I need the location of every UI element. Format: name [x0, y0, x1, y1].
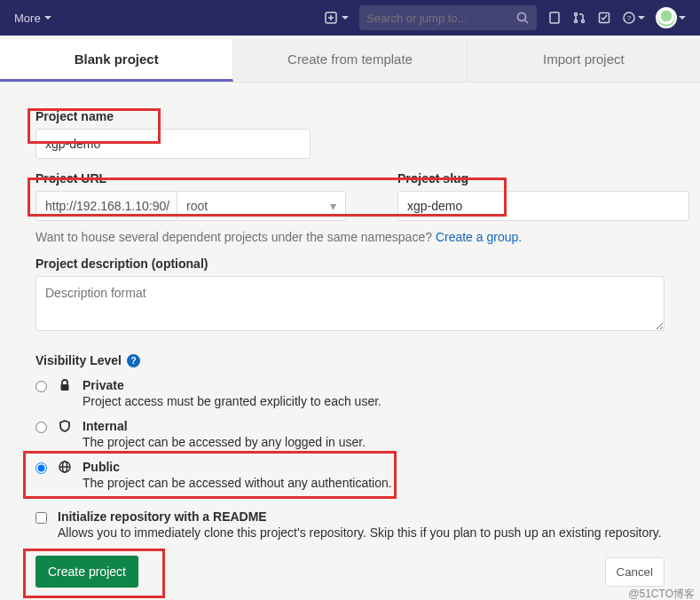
public-desc: The project can be accessed without any …: [83, 476, 665, 490]
project-name-label: Project name: [35, 109, 665, 123]
tab-import-project[interactable]: Import project: [468, 39, 700, 82]
new-project-form: Project name Project URL http://192.168.…: [0, 83, 700, 600]
avatar: [656, 7, 677, 28]
project-slug-label: Project slug: [397, 171, 665, 186]
search-box[interactable]: [359, 5, 537, 30]
visibility-private-radio[interactable]: [35, 381, 47, 392]
user-menu[interactable]: [656, 7, 686, 28]
visibility-private-option[interactable]: Private Project access must be granted e…: [35, 378, 665, 408]
chevron-down-icon: [638, 16, 645, 20]
lock-icon: [58, 378, 72, 392]
private-title: Private: [83, 378, 124, 392]
svg-point-3: [518, 13, 526, 21]
todos-icon: [597, 11, 611, 25]
chevron-down-icon: [342, 16, 349, 20]
cancel-button[interactable]: Cancel: [605, 557, 665, 587]
init-readme-checkbox[interactable]: [35, 512, 47, 524]
readme-desc: Allows you to immediately clone this pro…: [58, 525, 665, 540]
search-input[interactable]: [366, 12, 515, 25]
visibility-internal-radio[interactable]: [35, 422, 47, 433]
tab-blank-project[interactable]: Blank project: [0, 39, 233, 82]
svg-rect-12: [61, 384, 69, 391]
project-url-prefix: http://192.168.1.10:90/: [35, 191, 177, 221]
internal-title: Internal: [83, 419, 128, 433]
help-menu[interactable]: ?: [622, 11, 645, 25]
init-readme-option[interactable]: Initialize repository with a README Allo…: [35, 509, 665, 540]
project-create-tabs: Blank project Create from template Impor…: [0, 39, 700, 83]
readme-title: Initialize repository with a README: [58, 509, 267, 524]
chevron-down-icon: [679, 16, 686, 20]
globe-icon: [58, 460, 72, 474]
issues-icon: [547, 11, 562, 25]
namespace-value: root: [186, 199, 208, 213]
public-title: Public: [83, 460, 120, 474]
shield-icon: [58, 419, 72, 433]
description-textarea[interactable]: [35, 276, 665, 331]
svg-rect-5: [550, 12, 559, 23]
description-label: Project description (optional): [35, 257, 665, 271]
more-menu[interactable]: More: [14, 12, 51, 25]
svg-point-7: [575, 20, 578, 23]
internal-desc: The project can be accessed by any logge…: [83, 435, 665, 449]
visibility-internal-option[interactable]: Internal The project can be accessed by …: [35, 419, 665, 449]
chevron-down-icon: ▾: [330, 199, 336, 213]
merge-request-icon: [572, 11, 586, 25]
help-icon: ?: [622, 11, 636, 25]
svg-line-4: [525, 20, 528, 23]
svg-point-6: [575, 13, 578, 16]
group-hint: Want to house several dependent projects…: [35, 230, 665, 244]
merge-requests-link[interactable]: [572, 11, 586, 25]
top-navbar: More ?: [0, 0, 700, 36]
chevron-down-icon: [44, 16, 51, 20]
help-icon[interactable]: ?: [127, 354, 140, 367]
create-project-button[interactable]: Create project: [35, 556, 138, 588]
svg-point-8: [582, 20, 585, 23]
tab-create-from-template[interactable]: Create from template: [233, 39, 467, 82]
issues-link[interactable]: [547, 11, 562, 25]
visibility-public-radio[interactable]: [35, 462, 47, 474]
visibility-public-option[interactable]: Public The project can be accessed witho…: [35, 460, 665, 490]
new-dropdown[interactable]: [324, 11, 349, 25]
svg-text:?: ?: [627, 14, 632, 22]
project-name-input[interactable]: [35, 129, 311, 159]
create-group-link[interactable]: Create a group.: [436, 230, 522, 244]
visibility-label: Visibility Level ?: [35, 353, 665, 367]
project-url-label: Project URL: [35, 171, 373, 186]
project-slug-input[interactable]: [397, 191, 689, 221]
search-icon: [515, 11, 530, 25]
private-desc: Project access must be granted explicitl…: [83, 394, 665, 408]
namespace-select[interactable]: root ▾: [177, 191, 346, 221]
watermark: @51CTO博客: [628, 587, 695, 600]
todos-link[interactable]: [597, 11, 611, 25]
plus-box-icon: [324, 11, 338, 25]
